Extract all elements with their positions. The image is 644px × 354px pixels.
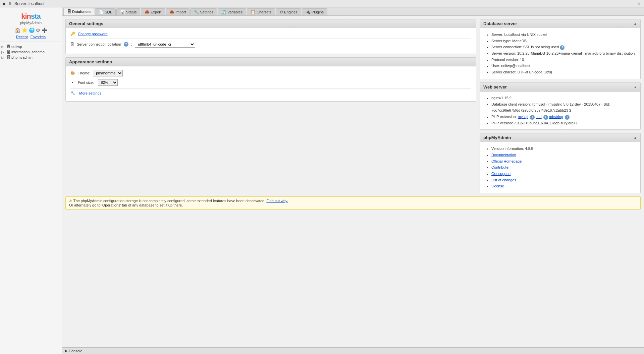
collation-row: 🗄 Server connection collation ? : utf8mb… <box>70 41 471 48</box>
tab-status[interactable]: 📊 Status <box>116 8 140 15</box>
tab-variables[interactable]: 🔄 Variables <box>218 8 246 15</box>
db-name: phpmyadmin <box>11 55 33 59</box>
theme-row: 🎨 Theme: pmahomme original <box>70 70 471 76</box>
tab-label: Import <box>175 10 186 14</box>
list-item: Server: Localhost via UNIX socket <box>491 32 636 38</box>
import-icon: 📥 <box>169 10 174 14</box>
tab-label: SQL <box>105 10 112 14</box>
console-label: Console <box>69 349 82 353</box>
database-server-header: Database server ▲ <box>480 19 640 28</box>
collapse-db-server-icon[interactable]: ▲ <box>634 22 637 25</box>
theme-select[interactable]: pmahomme original <box>93 70 123 76</box>
warning-icon: ⚠ <box>69 199 72 203</box>
more-settings-row: 🔧 More settings <box>70 91 471 95</box>
font-size-select[interactable]: 80% 82% 90% 100% <box>98 79 118 86</box>
list-item: PHP version: 7.3.2-3+ubuntu16.04.1+deb.s… <box>491 120 636 126</box>
sidebar: kinsta phpMyAdmin 🏠 ⭐ 🌐 ⚙ ➕ Recent Favor… <box>0 7 62 354</box>
tab-settings[interactable]: 🔧 Settings <box>190 8 217 15</box>
tab-databases[interactable]: 🗄 Databases <box>63 8 94 15</box>
more-settings-link[interactable]: More settings <box>79 91 101 95</box>
sidebar-item-editwp[interactable]: ▷ 🗄 editwp <box>0 44 62 49</box>
list-item: Server charset: UTF-8 Unicode (utf8) <box>491 69 636 75</box>
tab-plugins[interactable]: 🔌 Plugins <box>302 8 327 15</box>
list-item: Server type: MariaDB <box>491 38 636 44</box>
settings-tab-icon: 🔧 <box>194 10 199 14</box>
database-server-panel: Database server ▲ Server: Localhost via … <box>480 19 641 79</box>
find-out-why-link[interactable]: Find out why. <box>266 199 288 203</box>
close-button[interactable]: ✕ <box>636 1 642 6</box>
mysqli-link[interactable]: mysqli <box>518 115 528 119</box>
warning-extra-text: Or alternately go to 'Operations' tab of… <box>69 203 183 207</box>
charsets-icon: 📋 <box>251 10 256 14</box>
tab-label: Databases <box>72 10 91 14</box>
tab-import[interactable]: 📥 Import <box>166 8 190 15</box>
sidebar-item-phpmyadmin[interactable]: ▷ 🗄 phpmyadmin <box>0 55 62 60</box>
list-item: Protocol version: 10 <box>491 57 636 63</box>
list-item: nginx/1.15.9 <box>491 95 636 101</box>
phpmyadmin-panel-body: Version information: 4.8.5 Documentation… <box>480 142 640 193</box>
mbstring-link[interactable]: mbstring <box>549 115 563 119</box>
engines-icon: ⚙ <box>279 10 283 14</box>
theme-icon: 🎨 <box>70 71 75 75</box>
tab-export[interactable]: 📤 Export <box>141 8 165 15</box>
collation-select[interactable]: utf8mb4_unicode_ci utf8_general_ci latin… <box>135 41 195 48</box>
db-icon: 🗄 <box>7 45 10 49</box>
appearance-settings-panel: Appearance settings 🎨 Theme: pmahomme or… <box>65 57 476 102</box>
settings-icon[interactable]: ⚙ <box>36 27 40 33</box>
collapse-web-server-icon[interactable]: ▲ <box>634 85 637 89</box>
list-of-changes-link[interactable]: List of changes <box>491 178 516 182</box>
tab-label: Status <box>126 10 137 14</box>
globe-icon[interactable]: 🌐 <box>29 27 35 33</box>
main-layout: kinsta phpMyAdmin 🏠 ⭐ 🌐 ⚙ ➕ Recent Favor… <box>0 7 644 354</box>
phpmyadmin-panel-header: phpMyAdmin ▲ <box>480 133 640 142</box>
console-icon: ▶ <box>65 349 67 353</box>
collapse-pma-icon[interactable]: ▲ <box>634 136 637 139</box>
mbstring-info-icon[interactable]: i <box>565 115 570 120</box>
mysqli-info-icon[interactable]: i <box>530 115 535 120</box>
list-item: Get support <box>491 171 636 177</box>
phpmyadmin-panel-title: phpMyAdmin <box>483 135 511 140</box>
star-icon[interactable]: ⭐ <box>22 27 28 33</box>
db-icon: 🗄 <box>7 50 10 54</box>
sidebar-icon-row: 🏠 ⭐ 🌐 ⚙ ➕ <box>0 26 62 34</box>
console-bar[interactable]: ▶ Console <box>62 347 644 354</box>
phpmyadmin-links-list: Version information: 4.8.5 Documentation… <box>485 145 636 189</box>
curl-link[interactable]: curl <box>536 115 542 119</box>
db-name: editwp <box>11 45 22 49</box>
tab-engines[interactable]: ⚙ Engines <box>276 8 301 15</box>
curl-info-icon[interactable]: i <box>543 115 548 120</box>
db-icon: 🗄 <box>7 55 10 59</box>
tab-charsets[interactable]: 📋 Charsets <box>247 8 275 15</box>
list-item: Contribute <box>491 164 636 171</box>
page-content: General settings 🔑 Change password 🗄 Ser… <box>62 16 644 347</box>
home-icon[interactable]: 🏠 <box>15 27 20 33</box>
web-server-body: nginx/1.15.9 Database client version: li… <box>480 92 640 129</box>
change-password-link[interactable]: Change password <box>78 32 108 36</box>
get-support-link[interactable]: Get support <box>491 172 511 176</box>
license-link[interactable]: License <box>491 184 504 188</box>
database-server-list: Server: Localhost via UNIX socket Server… <box>485 32 636 75</box>
tab-label: Plugins <box>312 10 324 14</box>
official-homepage-link[interactable]: Official Homepage <box>491 159 522 163</box>
web-server-header: Web server ▲ <box>480 83 640 92</box>
appearance-settings-body: 🎨 Theme: pmahomme original • Font size: <box>66 66 476 101</box>
bullet-icon: • <box>72 80 73 84</box>
list-item: Database client version: libmysql - mysq… <box>491 101 636 114</box>
recent-label[interactable]: Recent <box>16 35 28 39</box>
plugins-icon: 🔌 <box>306 10 311 14</box>
sidebar-item-information-schema[interactable]: ▷ 🗄 information_schema <box>0 49 62 55</box>
documentation-link[interactable]: Documentation <box>491 153 516 157</box>
tab-sql[interactable]: 📄 SQL <box>95 8 116 15</box>
help-icon[interactable]: ? <box>124 42 128 47</box>
add-icon[interactable]: ➕ <box>42 27 47 33</box>
back-icon[interactable]: ◀ <box>2 1 5 6</box>
export-icon: 📤 <box>145 10 150 14</box>
favorites-label[interactable]: Favorites <box>31 35 46 39</box>
database-server-title: Database server <box>483 21 517 26</box>
web-server-panel: Web server ▲ nginx/1.15.9 Database clien… <box>480 82 641 130</box>
appearance-settings-header: Appearance settings <box>66 58 476 66</box>
theme-label: Theme: <box>78 71 90 75</box>
ssl-help-icon[interactable]: ? <box>560 45 565 50</box>
contribute-link[interactable]: Contribute <box>491 165 508 169</box>
two-col-layout: General settings 🔑 Change password 🗄 Ser… <box>65 19 641 193</box>
